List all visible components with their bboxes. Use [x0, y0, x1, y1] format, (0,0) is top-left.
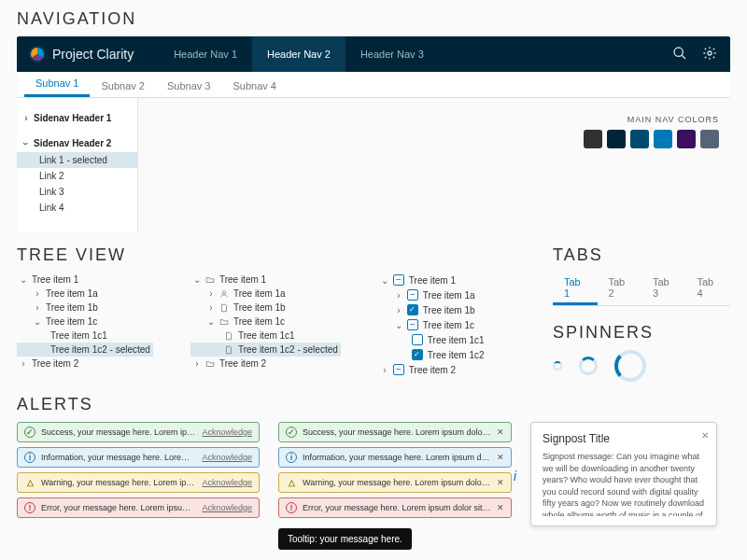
tree-item[interactable]: ⌄Tree item 1: [378, 273, 487, 287]
signpost-body: Signpost message: Can you imagine what w…: [543, 451, 705, 516]
swatch-5[interactable]: [677, 130, 696, 148]
header-tab-2[interactable]: Header Nav 2: [252, 36, 345, 72]
tree-item[interactable]: ⌄Tree item 1c: [190, 315, 341, 329]
sidenav-link-3[interactable]: Link 3: [17, 184, 137, 200]
alert-message: Warning, your message here. Lorem ipsum …: [303, 478, 491, 487]
alert-info: iInformation, your message here. Lorem i…: [278, 447, 512, 468]
subnav-tab-2[interactable]: Subnav 2: [90, 75, 155, 97]
signpost-trigger-icon[interactable]: i: [514, 469, 516, 483]
swatch-4[interactable]: [654, 130, 672, 148]
acknowledge-link[interactable]: Acknowledge: [202, 427, 252, 437]
sidenav-link-2[interactable]: Link 2: [17, 168, 137, 184]
alert-message: Success, your message here. Lorem ipsum …: [41, 427, 196, 437]
acknowledge-link[interactable]: Acknowledge: [202, 478, 252, 487]
brand-logo-icon: [29, 46, 46, 63]
error-circle-icon: !: [24, 502, 35, 513]
tree-item[interactable]: ⌄Tree item 1c: [378, 317, 487, 332]
info-circle-icon: i: [24, 452, 35, 463]
close-icon[interactable]: ✕: [497, 427, 504, 437]
tree-label: Tree item 1b: [423, 305, 475, 315]
nav-colors-label: MAIN NAV COLORS: [627, 115, 719, 124]
checkbox-indeterminate[interactable]: [407, 289, 418, 301]
search-icon[interactable]: [672, 46, 687, 63]
tree-item[interactable]: Tree item 1c2: [378, 347, 487, 362]
subnav-tab-3[interactable]: Subnav 3: [156, 75, 221, 97]
signpost-title: Signpost Title: [543, 432, 705, 445]
sidenav-group-2[interactable]: › Sidenav Header 2: [17, 134, 137, 152]
sidenav-link-1[interactable]: Link 1 - selected: [17, 152, 137, 168]
close-icon[interactable]: ✕: [497, 503, 504, 512]
swatches: [584, 130, 719, 148]
header-tab-3[interactable]: Header Nav 3: [345, 36, 439, 72]
tree-item[interactable]: Tree item 1c1: [190, 329, 341, 343]
tree-plain: ⌄Tree item 1 ›Tree item 1a ›Tree item 1b…: [17, 273, 153, 377]
tree-item[interactable]: Tree item 1c1: [17, 329, 153, 343]
tree-item-selected[interactable]: Tree item 1c2 - selected: [17, 343, 153, 357]
tree-label: Tree item 1a: [423, 290, 475, 301]
sidenav-link-4[interactable]: Link 4: [17, 200, 137, 216]
tree-item[interactable]: ›Tree item 1b: [190, 301, 341, 315]
brand[interactable]: Project Clarity: [17, 46, 146, 63]
close-icon[interactable]: ✕: [701, 430, 709, 441]
tree-item[interactable]: ›Tree item 1a: [378, 287, 487, 302]
checkbox-indeterminate[interactable]: [393, 364, 404, 375]
tree-item[interactable]: ⌄Tree item 1c: [17, 315, 153, 329]
tooltip: Tooltip: your message here.: [278, 528, 412, 550]
file-icon: [224, 331, 233, 341]
tree-item[interactable]: ›Tree item 2: [190, 357, 341, 371]
alert-success: ✓Success, your message here. Lorem ipsum…: [17, 422, 260, 442]
tab-2[interactable]: Tab 2: [598, 273, 642, 305]
subnav-tab-1[interactable]: Subnav 1: [24, 72, 90, 97]
subnav-tab-4[interactable]: Subnav 4: [221, 75, 287, 97]
spinner-medium: [579, 357, 598, 375]
alert-info: iInformation, your message here. Lorem i…: [17, 447, 260, 468]
alert-message: Error, your message here. Lorem ipsum do…: [303, 503, 491, 512]
tree-item[interactable]: ›Tree item 2: [378, 362, 487, 377]
tree-item[interactable]: ›Tree item 1a: [190, 287, 341, 301]
tab-1[interactable]: Tab 1: [553, 273, 598, 305]
check-circle-icon: ✓: [286, 427, 297, 438]
tree-label: Tree item 1c: [423, 320, 474, 330]
header-tab-1[interactable]: Header Nav 1: [159, 36, 252, 72]
section-title-alerts: ALERTS: [17, 395, 730, 414]
checkbox-indeterminate[interactable]: [407, 319, 418, 330]
tree-item[interactable]: ⌄Tree item 1: [190, 273, 341, 287]
tab-3[interactable]: Tab 3: [641, 273, 686, 305]
tree-item[interactable]: ⌄Tree item 1: [17, 273, 153, 287]
checkbox-checked[interactable]: [407, 304, 418, 315]
gear-icon[interactable]: [702, 46, 717, 63]
acknowledge-link[interactable]: Acknowledge: [202, 503, 252, 512]
tree-label: Tree item 1c2: [428, 350, 485, 360]
sidenav-group-1[interactable]: › Sidenav Header 1: [17, 109, 137, 127]
alert-warning: △Warning, your message here. Lorem ipsum…: [278, 472, 512, 493]
tree-icons: ⌄Tree item 1 ›Tree item 1a ›Tree item 1b…: [190, 273, 341, 377]
tree-item[interactable]: ›Tree item 2: [17, 357, 153, 371]
close-icon[interactable]: ✕: [497, 453, 504, 462]
checkbox-indeterminate[interactable]: [393, 274, 404, 286]
close-icon[interactable]: ✕: [497, 478, 504, 487]
tree-item-selected[interactable]: Tree item 1c2 - selected: [190, 343, 341, 357]
tree-item[interactable]: ›Tree item 1b: [17, 301, 153, 315]
swatch-2[interactable]: [607, 130, 626, 148]
tree-item[interactable]: Tree item 1c1: [378, 332, 487, 347]
section-title-tabs: TABS: [553, 245, 730, 265]
checkbox-checked[interactable]: [412, 349, 423, 360]
tab-4[interactable]: Tab 4: [686, 273, 731, 305]
alert-error: !Error, your message here. Lorem ipsum d…: [278, 497, 512, 518]
tree-item[interactable]: ›Tree item 1b: [378, 302, 487, 317]
acknowledge-link[interactable]: Acknowledge: [202, 453, 252, 462]
check-circle-icon: ✓: [24, 427, 35, 438]
sidenav-group-1-label: Sidenav Header 1: [34, 113, 111, 123]
sidenav-group-2-label: Sidenav Header 2: [34, 138, 111, 148]
swatch-3[interactable]: [630, 130, 649, 148]
alert-warning: △Warning, your message here. Lorem ipsum…: [17, 472, 260, 493]
alert-error: !Error, your message here. Lorem ipsum d…: [17, 497, 260, 518]
tree-label: Tree item 1a: [233, 288, 286, 299]
checkbox-unchecked[interactable]: [412, 334, 423, 345]
tree-label: Tree item 1b: [46, 302, 98, 313]
swatch-6[interactable]: [700, 130, 719, 148]
alert-message: Success, your message here. Lorem ipsum …: [303, 427, 491, 437]
header-nav: Project Clarity Header Nav 1 Header Nav …: [17, 36, 730, 72]
tree-item[interactable]: ›Tree item 1a: [17, 287, 153, 301]
swatch-1[interactable]: [584, 130, 602, 148]
